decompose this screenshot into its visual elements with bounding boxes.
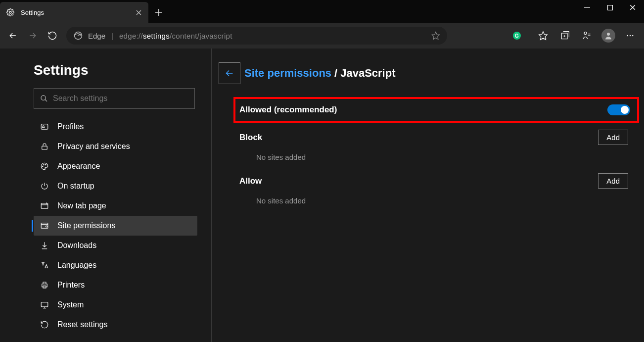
search-icon [40, 95, 48, 102]
toolbar-divider [530, 30, 530, 41]
svg-rect-1 [607, 5, 612, 10]
sidebar-item-languages[interactable]: Languages [34, 255, 197, 275]
svg-point-17 [46, 164, 46, 165]
sidebar-item-label: Profiles [57, 122, 84, 131]
sidebar-item-system[interactable]: System [34, 295, 197, 315]
allow-section-title: Allow [239, 176, 262, 186]
svg-marker-4 [539, 32, 548, 40]
collections-icon[interactable] [554, 26, 576, 46]
window-controls [576, 0, 644, 23]
page-title: Settings [34, 62, 197, 78]
allow-empty-text: No sites added [256, 196, 639, 205]
svg-point-8 [627, 35, 628, 36]
svg-point-0 [9, 11, 11, 13]
svg-point-20 [46, 226, 47, 227]
browser-tab-settings[interactable]: Settings [0, 2, 148, 23]
toolbar-icons: G [506, 26, 641, 46]
avatar-icon [601, 29, 615, 43]
svg-point-11 [41, 96, 46, 100]
svg-rect-14 [42, 146, 47, 149]
sidebar-item-label: Languages [57, 261, 96, 270]
extension-grammarly-icon[interactable]: G [506, 26, 528, 46]
svg-point-13 [43, 126, 44, 127]
sidebar-item-label: Appearance [57, 162, 100, 171]
search-settings[interactable] [34, 88, 195, 109]
power-icon [39, 182, 50, 191]
gear-icon [6, 8, 15, 17]
sidebar-item-label: Reset settings [57, 320, 107, 329]
javascript-allowed-row: Allowed (recommended) [233, 97, 639, 123]
svg-point-15 [43, 166, 44, 167]
block-section-title: Block [239, 133, 262, 143]
download-icon [39, 241, 50, 250]
edge-logo-icon [73, 31, 83, 41]
svg-point-16 [44, 164, 45, 165]
breadcrumb-separator: / [334, 67, 337, 80]
breadcrumb-back-button[interactable] [219, 62, 240, 84]
lock-icon [39, 142, 50, 151]
address-bar[interactable]: Edge | edge://settings/content/javascrip… [66, 27, 447, 45]
sidebar-item-privacy[interactable]: Privacy and services [34, 137, 197, 156]
minimize-button[interactable] [576, 0, 598, 15]
nav-back-button[interactable] [3, 26, 23, 46]
javascript-toggle[interactable] [607, 104, 630, 115]
sidebar-item-profiles[interactable]: Profiles [34, 117, 197, 137]
url-scheme: edge:// [119, 32, 143, 40]
search-input[interactable] [53, 94, 188, 103]
sidebar-item-label: Printers [57, 281, 85, 290]
sidebar-item-label: New tab page [57, 201, 106, 210]
sidebar-item-on-startup[interactable]: On startup [34, 176, 197, 196]
sidebar-item-printers[interactable]: Printers [34, 275, 197, 295]
allowed-label: Allowed (recommended) [239, 105, 337, 115]
browser-toolbar: Edge | edge://settings/content/javascrip… [0, 23, 644, 49]
allow-add-button[interactable]: Add [598, 173, 628, 189]
address-url: edge://settings/content/javascript [119, 32, 232, 40]
settings-nav: Profiles Privacy and services Appearance… [34, 117, 197, 335]
more-menu-icon[interactable] [619, 26, 641, 46]
sidebar-item-downloads[interactable]: Downloads [34, 236, 197, 255]
language-icon [39, 261, 50, 270]
new-tab-button[interactable] [150, 4, 167, 21]
sidebar-item-label: System [57, 300, 84, 309]
site-permissions-icon [39, 221, 50, 230]
breadcrumb-parent-link[interactable]: Site permissions [244, 67, 331, 80]
nav-forward-button[interactable] [23, 26, 43, 46]
palette-icon [39, 162, 50, 171]
profile-avatar[interactable] [598, 26, 619, 46]
favorites-icon[interactable] [532, 26, 554, 46]
reading-list-icon[interactable] [576, 26, 598, 46]
svg-point-10 [632, 35, 633, 36]
allow-section: Allow Add No sites added [239, 173, 639, 205]
sidebar-item-site-permissions[interactable]: Site permissions [34, 216, 197, 236]
system-icon [39, 300, 50, 309]
svg-rect-23 [41, 302, 48, 307]
block-add-button[interactable]: Add [598, 130, 628, 145]
sidebar-item-reset[interactable]: Reset settings [34, 315, 197, 335]
breadcrumb: Site permissions / JavaScript [219, 62, 639, 84]
sidebar-item-new-tab[interactable]: New tab page [34, 196, 197, 216]
profile-card-icon [39, 122, 50, 131]
printer-icon [39, 281, 50, 290]
settings-main: Site permissions / JavaScript Allowed (r… [212, 49, 644, 342]
svg-point-6 [584, 32, 587, 35]
tab-strip: Settings [0, 0, 644, 23]
url-path: /content/javascript [170, 32, 232, 40]
close-window-button[interactable] [621, 0, 644, 15]
address-brand: Edge [88, 32, 105, 40]
block-empty-text: No sites added [256, 153, 639, 161]
maximize-button[interactable] [598, 0, 621, 15]
breadcrumb-current: JavaScript [340, 67, 395, 80]
svg-rect-18 [41, 203, 48, 209]
close-tab-icon[interactable] [135, 8, 142, 16]
svg-point-9 [630, 35, 631, 36]
sidebar-item-label: Downloads [57, 241, 96, 250]
url-host: settings [143, 32, 170, 40]
refresh-button[interactable] [43, 26, 62, 46]
svg-rect-12 [41, 124, 48, 130]
sidebar-item-label: Site permissions [57, 221, 115, 230]
sidebar-item-appearance[interactable]: Appearance [34, 156, 197, 176]
favorite-star-icon[interactable] [431, 31, 440, 40]
settings-sidebar: Settings Profiles Privacy and services A… [0, 49, 212, 342]
address-separator: | [111, 32, 113, 40]
svg-point-7 [607, 33, 610, 36]
